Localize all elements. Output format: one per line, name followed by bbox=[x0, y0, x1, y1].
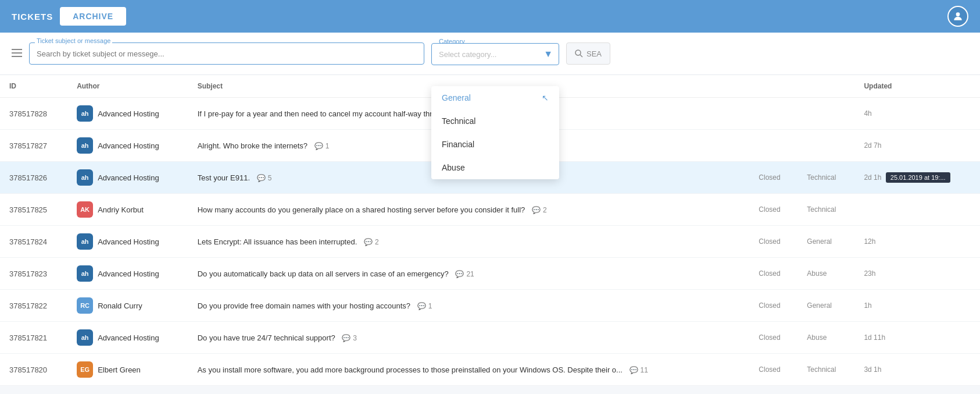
cell-updated bbox=[854, 194, 980, 226]
cell-updated: 4h bbox=[854, 98, 980, 130]
svg-point-4 bbox=[575, 50, 581, 55]
comment-icon: 💬 bbox=[314, 142, 323, 150]
cell-subject: As you install more software, you add mo… bbox=[188, 354, 750, 386]
svg-point-0 bbox=[956, 12, 960, 16]
table-row[interactable]: 378517822 RC Ronald Curry Do you provide… bbox=[0, 290, 980, 322]
svg-rect-2 bbox=[12, 52, 22, 54]
author-avatar: ah bbox=[77, 169, 93, 186]
comment-count: 💬 2 bbox=[364, 238, 379, 246]
cell-updated: 2d 1h 25.01.2019 at 19:... bbox=[854, 162, 980, 194]
search-icon bbox=[575, 49, 583, 58]
author-name: Advanced Hosting bbox=[98, 333, 159, 342]
cell-subject: Do you automatically back up data on all… bbox=[188, 258, 750, 290]
subject-label: Ticket subject or message bbox=[35, 37, 112, 44]
author-name: Advanced Hosting bbox=[98, 237, 159, 246]
cell-author: EG Elbert Green bbox=[67, 354, 188, 386]
author-name: Advanced Hosting bbox=[98, 109, 159, 118]
cell-subject: Lets Encrypt: All issuance has been inte… bbox=[188, 226, 750, 258]
cell-updated: 1d 11h bbox=[854, 322, 980, 354]
category-field-group: Category Select category... General Tech… bbox=[431, 43, 559, 65]
cell-category: Technical bbox=[797, 194, 854, 226]
avatar[interactable] bbox=[947, 6, 968, 27]
cell-category: Abuse bbox=[797, 258, 854, 290]
comment-icon: 💬 bbox=[364, 238, 373, 246]
cell-id: 378517821 bbox=[0, 322, 67, 354]
cell-author: ah Advanced Hosting bbox=[67, 130, 188, 162]
col-category bbox=[797, 75, 854, 98]
comment-count: 💬 11 bbox=[630, 366, 648, 374]
header: TICKETS ARCHIVE bbox=[0, 0, 980, 33]
cell-author: ah Advanced Hosting bbox=[67, 226, 188, 258]
col-updated: Updated bbox=[854, 75, 980, 98]
cell-updated: 23h bbox=[854, 258, 980, 290]
author-avatar: ah bbox=[77, 265, 93, 282]
comment-count: 💬 2 bbox=[532, 206, 547, 214]
comment-count: 💬 5 bbox=[257, 174, 272, 182]
comment-count: 💬 21 bbox=[455, 270, 474, 278]
svg-rect-1 bbox=[12, 49, 22, 50]
dropdown-item-financial[interactable]: Financial bbox=[431, 133, 559, 156]
cell-category: Technical bbox=[797, 354, 854, 386]
filter-icon[interactable] bbox=[12, 48, 22, 60]
archive-button[interactable]: ARCHIVE bbox=[60, 7, 126, 26]
cell-status bbox=[749, 130, 797, 162]
svg-rect-3 bbox=[12, 56, 22, 57]
cell-id: 378517826 bbox=[0, 162, 67, 194]
author-avatar: EG bbox=[77, 361, 93, 378]
table-row[interactable]: 378517821 ah Advanced Hosting Do you hav… bbox=[0, 322, 980, 354]
comment-icon: 💬 bbox=[257, 174, 266, 182]
cell-id: 378517820 bbox=[0, 354, 67, 386]
search-bar: Ticket subject or message Category Selec… bbox=[0, 33, 980, 75]
cell-id: 378517824 bbox=[0, 226, 67, 258]
col-id: ID bbox=[0, 75, 67, 98]
author-avatar: ah bbox=[77, 329, 93, 346]
author-avatar: ah bbox=[77, 233, 93, 250]
table-row[interactable]: 378517825 AK Andriy Korbut How many acco… bbox=[0, 194, 980, 226]
author-name: Advanced Hosting bbox=[98, 269, 159, 278]
cell-author: RC Ronald Curry bbox=[67, 290, 188, 322]
cell-id: 378517827 bbox=[0, 130, 67, 162]
table-row[interactable]: 378517824 ah Advanced Hosting Lets Encry… bbox=[0, 226, 980, 258]
dropdown-item-technical[interactable]: Technical bbox=[431, 109, 559, 133]
dropdown-item-abuse[interactable]: Abuse bbox=[431, 156, 559, 179]
cursor-icon: ↖ bbox=[542, 93, 549, 102]
cell-status bbox=[749, 98, 797, 130]
svg-line-5 bbox=[580, 55, 582, 57]
cell-status: Closed bbox=[749, 322, 797, 354]
comment-icon: 💬 bbox=[455, 270, 464, 278]
cell-subject: Do you have true 24/7 technical support?… bbox=[188, 322, 750, 354]
cell-status: Closed bbox=[749, 162, 797, 194]
tooltip: 25.01.2019 at 19:... bbox=[886, 172, 950, 183]
cell-status: Closed bbox=[749, 258, 797, 290]
cell-status: Closed bbox=[749, 226, 797, 258]
subject-field-group: Ticket subject or message bbox=[29, 42, 424, 65]
author-name: Advanced Hosting bbox=[98, 173, 159, 182]
cell-category: General bbox=[797, 226, 854, 258]
author-avatar: AK bbox=[77, 201, 93, 218]
dropdown-item-general[interactable]: General ↖ bbox=[431, 86, 559, 109]
category-select-wrapper[interactable]: Select category... General Technical Fin… bbox=[431, 43, 559, 65]
author-name: Elbert Green bbox=[98, 365, 141, 374]
category-select[interactable]: Select category... General Technical Fin… bbox=[432, 44, 559, 65]
cell-status: Closed bbox=[749, 290, 797, 322]
search-input[interactable] bbox=[29, 42, 424, 65]
author-name: Ronald Curry bbox=[98, 301, 142, 310]
cell-category bbox=[797, 130, 854, 162]
cell-status: Closed bbox=[749, 194, 797, 226]
col-status bbox=[749, 75, 797, 98]
search-button[interactable]: SEA bbox=[566, 42, 610, 65]
cell-updated: 12h bbox=[854, 226, 980, 258]
comment-count: 💬 1 bbox=[314, 142, 330, 150]
author-name: Advanced Hosting bbox=[98, 141, 159, 150]
table-row[interactable]: 378517823 ah Advanced Hosting Do you aut… bbox=[0, 258, 980, 290]
cell-id: 378517828 bbox=[0, 98, 67, 130]
cell-category: General bbox=[797, 290, 854, 322]
cell-id: 378517823 bbox=[0, 258, 67, 290]
search-button-label: SEA bbox=[586, 49, 602, 58]
table-row[interactable]: 378517820 EG Elbert Green As you install… bbox=[0, 354, 980, 386]
cell-author: AK Andriy Korbut bbox=[67, 194, 188, 226]
cell-subject: Do you provide free domain names with yo… bbox=[188, 290, 750, 322]
comment-count: 💬 1 bbox=[417, 302, 432, 310]
author-avatar: ah bbox=[77, 137, 93, 154]
cell-updated: 1h bbox=[854, 290, 980, 322]
